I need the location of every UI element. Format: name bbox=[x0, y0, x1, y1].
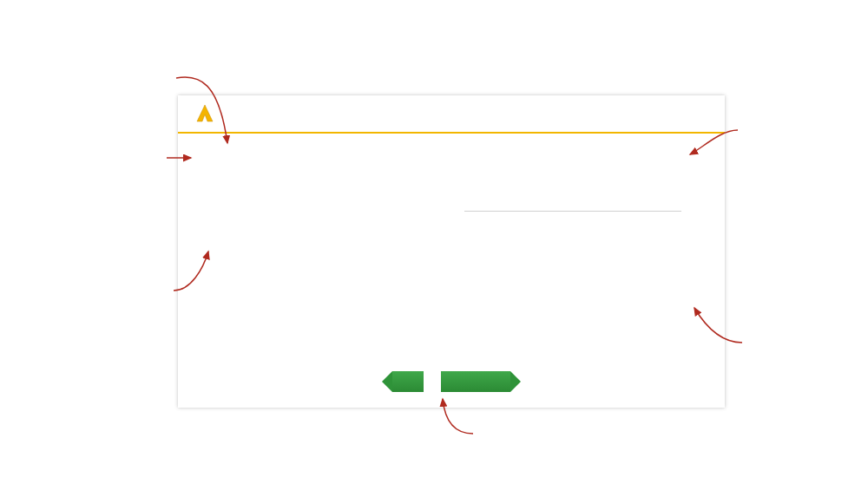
brand bbox=[194, 102, 221, 125]
back-button[interactable] bbox=[392, 371, 424, 392]
test-panel bbox=[178, 95, 725, 408]
brand-logo-icon bbox=[194, 102, 216, 125]
divider-accent bbox=[178, 132, 725, 134]
next-button[interactable] bbox=[441, 371, 510, 392]
nav-controls bbox=[178, 371, 725, 392]
divider-line bbox=[464, 211, 681, 212]
